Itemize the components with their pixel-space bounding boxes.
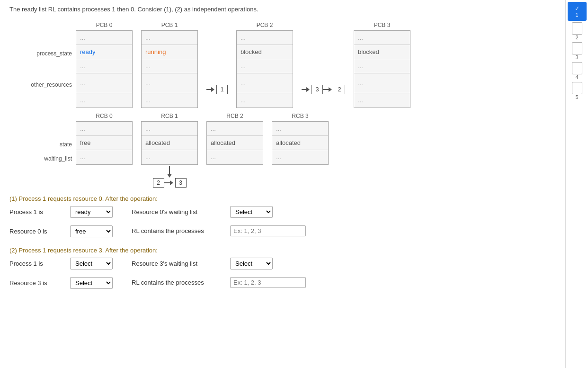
sidebar-label-4: 4: [575, 74, 578, 80]
pcb2-row1: blocked: [237, 45, 293, 59]
rcb1-row0: ...: [142, 122, 197, 136]
page-icon-4: [572, 62, 582, 74]
pcb1-row4: ...: [142, 93, 197, 108]
pcb0-row3: ...: [76, 73, 132, 93]
rcb1-row2: ...: [142, 150, 197, 164]
rcb-section: state waiting_list RCB 0 ... free ... RC…: [9, 113, 556, 188]
section1-waiting-row: Resource 0's waiting list Select None 1 …: [132, 206, 306, 218]
pcb0-row4: ...: [76, 93, 132, 108]
section2-process-select[interactable]: Select ready running blocked: [70, 258, 113, 269]
section1-rl-input[interactable]: [230, 225, 306, 236]
rcb2-title: RCB 2: [226, 113, 243, 119]
rcb1-row1: allocated: [142, 136, 197, 150]
pcb3-title: PCB 3: [374, 22, 391, 28]
section1-process-row: Process 1 is ready running blocked: [9, 206, 113, 218]
pcb2-row4: ...: [237, 93, 293, 108]
pcb0-row2: ...: [76, 59, 132, 73]
page-icon-5: [572, 82, 582, 94]
pcb2-row0: ...: [237, 31, 293, 45]
sidebar-item-3[interactable]: 3: [568, 42, 587, 61]
section2-process-label: Process 1 is: [9, 260, 66, 267]
rcb1-wait-box3: 3: [175, 178, 187, 188]
section1-resource-row: Resource 0 is free allocated: [9, 225, 113, 237]
pcb3-box2: 2: [334, 85, 345, 94]
rcb3-row1: allocated: [272, 136, 328, 150]
pcb0-row1: ready: [76, 45, 132, 59]
rcb0-row0: ...: [76, 122, 132, 136]
section1-waiting-label: Resource 0's waiting list: [132, 208, 226, 215]
rcb-block-2: RCB 2 ... allocated ...: [206, 113, 263, 165]
rcb1-v-arrow: 2 3: [153, 166, 187, 188]
intro-text: The ready list RL contains processes 1 t…: [9, 5, 556, 14]
section2-resource-row: Resource 3 is Select free allocated: [9, 277, 113, 289]
page-icon-2: [572, 22, 582, 35]
pcb3-block: ... blocked ... ... ...: [354, 30, 410, 108]
pcb3-to-boxes-arrow: 3 2: [302, 85, 345, 94]
section2-left: Process 1 is Select ready running blocke…: [9, 258, 113, 293]
pcb3-row3: ...: [354, 73, 410, 93]
rcb-block-1: RCB 1 ... allocated ... 2: [141, 113, 198, 188]
rcb0-row1: free: [76, 136, 132, 150]
section2-rl-input[interactable]: [230, 277, 306, 288]
section2-header: (2) Process 1 requests resource 3. After…: [9, 247, 556, 254]
pcb3-row2: ...: [354, 59, 410, 73]
pcb3-row0: ...: [354, 31, 410, 45]
section1-rl-label: RL contains the processes: [132, 227, 226, 234]
pcb2-row2: ...: [237, 59, 293, 73]
pcb0-row0: ...: [76, 31, 132, 45]
pcb-label-dots1: [9, 32, 76, 46]
section1-waiting-select[interactable]: Select None 1 2 3: [230, 206, 273, 218]
sidebar-item-1[interactable]: ✓ 1: [568, 2, 587, 21]
rcb3-block: ... allocated ...: [272, 121, 329, 165]
pcb1-block: ... running ... ... ...: [141, 30, 198, 108]
page-icon-3: [572, 42, 582, 54]
sidebar-item-5[interactable]: 5: [568, 81, 587, 100]
section1-rl-row: RL contains the processes: [132, 225, 306, 236]
section1-form: Process 1 is ready running blocked Resou…: [9, 206, 556, 241]
pcb-label-dots3: [9, 95, 76, 109]
sidebar-label-1: 1: [575, 12, 578, 18]
pcb1-row2: ...: [142, 59, 197, 73]
pcb2-block: ... blocked ... ... ...: [236, 30, 293, 108]
pcb-row-labels: process_state other_resources: [9, 22, 76, 109]
section1: (1) Process 1 requests resource 0. After…: [9, 195, 556, 241]
section1-right: Resource 0's waiting list Select None 1 …: [132, 206, 306, 240]
sidebar-label-2: 2: [575, 35, 578, 40]
pcb-blocks-area: PCB 0 ... ready ... ... ... PCB 1 ... ru…: [76, 22, 410, 108]
rcb-label-waiting: waiting_list: [9, 152, 76, 166]
sidebar-label-3: 3: [575, 54, 578, 60]
section1-process-label: Process 1 is: [9, 208, 66, 215]
section2-resource-select[interactable]: Select free allocated: [70, 277, 113, 289]
section2-waiting-label: Resource 3's waiting list: [132, 260, 226, 267]
section2-right: Resource 3's waiting list Select None 1 …: [132, 258, 306, 292]
section2-rl-row: RL contains the processes: [132, 277, 306, 288]
pcb1-row3: ...: [142, 73, 197, 93]
rcb1-title: RCB 1: [161, 113, 178, 119]
rcb-blocks-area: RCB 0 ... free ... RCB 1 ... allocated .…: [76, 113, 329, 188]
rcb3-row0: ...: [272, 122, 328, 136]
section2-resource-label: Resource 3 is: [9, 279, 66, 287]
pcb3-box3: 3: [312, 85, 323, 94]
sidebar-item-2[interactable]: 2: [568, 22, 587, 41]
rcb3-row2: ...: [272, 150, 328, 164]
sidebar-label-5: 5: [575, 94, 578, 100]
rcb-block-3: RCB 3 ... allocated ...: [272, 113, 329, 165]
sidebar-item-4[interactable]: 4: [568, 62, 587, 81]
pcb2-row3: ...: [237, 73, 293, 93]
section2-waiting-row: Resource 3's waiting list Select None 1 …: [132, 258, 306, 269]
pcb-section: process_state other_resources PCB 0 ... …: [9, 22, 556, 109]
rcb2-block: ... allocated ...: [206, 121, 263, 165]
section1-process-select[interactable]: ready running blocked: [70, 206, 113, 218]
pcb-block-3: PCB 3 ... blocked ... ... ...: [354, 22, 410, 108]
pcb1-box1: 1: [216, 85, 228, 94]
pcb1-row1: running: [142, 45, 197, 59]
rcb-label-dots: [9, 123, 76, 137]
section2-waiting-select[interactable]: Select None 1 2 3: [230, 258, 273, 269]
section1-resource-select[interactable]: free allocated: [70, 225, 113, 237]
rcb-block-0: RCB 0 ... free ...: [76, 113, 133, 165]
rcb0-block: ... free ...: [76, 121, 133, 165]
rcb1-block: ... allocated ...: [141, 121, 198, 165]
rcb1-wait-box2: 2: [153, 178, 164, 188]
pcb1-title: PCB 1: [161, 22, 178, 28]
pcb-block-0: PCB 0 ... ready ... ... ...: [76, 22, 133, 108]
